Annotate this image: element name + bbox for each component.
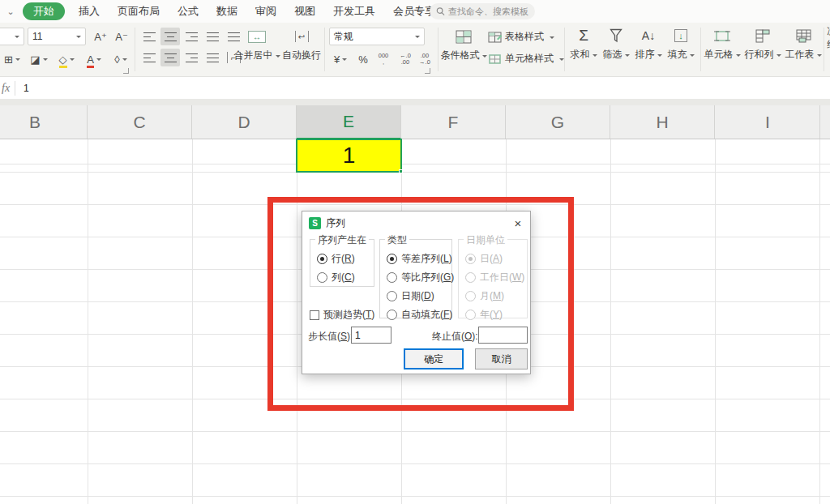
shading-button[interactable]: ◪: [27, 50, 51, 68]
radio-icon[interactable]: [317, 272, 327, 283]
radio-column[interactable]: 列(C): [310, 268, 374, 287]
radio-icon[interactable]: [387, 254, 397, 264]
radio-icon[interactable]: [387, 272, 397, 283]
tab-formulas[interactable]: 公式: [169, 0, 208, 23]
tab-review[interactable]: 审阅: [246, 0, 285, 23]
conditional-format-icon: [456, 30, 472, 44]
radio-growth[interactable]: 等比序列(G): [380, 268, 451, 287]
formula-input[interactable]: 1: [15, 77, 830, 99]
conditional-format-button[interactable]: 条件格式: [443, 27, 485, 62]
increase-decimal-button[interactable]: ←.0.00: [396, 50, 415, 68]
dialog-title-bar[interactable]: S 序列 ×: [302, 211, 530, 234]
stop-value-input[interactable]: [478, 327, 528, 344]
cancel-button[interactable]: 取消: [475, 348, 528, 369]
formula-value: 1: [24, 83, 29, 94]
justify-button[interactable]: [203, 49, 222, 66]
merge-center-button[interactable]: ↔ 合并居中: [233, 27, 280, 62]
number-group-launcher[interactable]: [425, 68, 430, 74]
align-left-button[interactable]: [139, 49, 159, 66]
font-color-button[interactable]: A: [81, 50, 107, 68]
trend-checkbox-row[interactable]: 预测趋势(T): [310, 308, 374, 322]
search-icon: [436, 6, 445, 16]
tab-view[interactable]: 视图: [285, 0, 324, 23]
tab-home[interactable]: 开始: [23, 2, 65, 20]
radio-label: 工作日(W): [480, 271, 524, 284]
worksheet-button[interactable]: 工作表: [785, 26, 822, 62]
sum-button[interactable]: Σ 求和: [567, 26, 600, 62]
radio-date[interactable]: 日期(D): [380, 287, 451, 305]
wps-spreadsheet-app: ⌄ 开始 插入 页面布局 公式 数据 审阅 视图 开发工具 会员专享 查找命令、…: [0, 0, 830, 504]
radio-year: 年(Y): [459, 305, 527, 324]
decrease-font-button[interactable]: A⁻: [112, 28, 131, 45]
decrease-decimal-icon: .00→.0: [419, 53, 430, 66]
valign-top-button[interactable]: [139, 28, 159, 45]
rows-columns-button[interactable]: 行和列: [742, 26, 783, 62]
align-right-button[interactable]: [182, 49, 201, 66]
align-center-icon: [165, 53, 177, 62]
group-separator: [700, 28, 701, 71]
tab-dev-tools[interactable]: 开发工具: [324, 0, 384, 23]
radio-icon[interactable]: [387, 310, 397, 320]
column-header-e[interactable]: E: [297, 105, 401, 139]
collapse-ribbon-icon[interactable]: ⌄: [0, 6, 21, 17]
menu-tabs: 开始 插入 页面布局 公式 数据 审阅 视图 开发工具 会员专享: [21, 0, 444, 23]
cells-button[interactable]: 单元格: [704, 26, 741, 62]
indent-decrease-button[interactable]: [203, 28, 222, 45]
column-header-f[interactable]: F: [401, 105, 506, 139]
tab-insert[interactable]: 插入: [70, 0, 109, 23]
cell-style-button[interactable]: 单元格样式: [488, 52, 564, 66]
decrease-decimal-button[interactable]: .00→.0: [415, 50, 434, 68]
wrap-text-icon: ↩: [295, 31, 309, 42]
radio-icon[interactable]: [317, 254, 327, 264]
radio-autofill[interactable]: 自动填充(F): [380, 305, 451, 324]
checkbox-icon[interactable]: [310, 310, 319, 320]
stop-value-label: 终止值(O):: [432, 330, 478, 344]
clipped-toolbar-item[interactable]: 冻结: [827, 24, 830, 52]
number-format-combo[interactable]: 常规: [329, 28, 425, 45]
font-name-combo[interactable]: [0, 28, 24, 45]
column-header-c[interactable]: C: [88, 105, 192, 139]
step-value-input[interactable]: 1: [351, 327, 391, 344]
column-header-h[interactable]: H: [610, 105, 715, 139]
worksheet-label: 工作表: [785, 48, 815, 62]
search-box[interactable]: 查找命令、搜索模板: [430, 3, 535, 19]
tab-page-layout[interactable]: 页面布局: [109, 0, 169, 23]
filter-button[interactable]: 筛选: [600, 26, 632, 62]
active-cell-e1[interactable]: 1: [296, 139, 402, 173]
currency-button[interactable]: ¥: [329, 50, 352, 68]
percent-button[interactable]: %: [355, 50, 371, 68]
thousands-button[interactable]: 000,: [373, 50, 394, 68]
wrap-text-button[interactable]: ↩ 自动换行: [281, 27, 322, 62]
fill-button[interactable]: ↓ 填充: [665, 26, 697, 62]
sort-az-icon: A↓: [642, 26, 655, 45]
font-group-launcher[interactable]: [123, 68, 129, 74]
column-header-g[interactable]: G: [506, 105, 610, 139]
radio-label: 等比序列(G): [401, 271, 454, 284]
table-style-button[interactable]: 表格样式: [488, 30, 554, 44]
radio-row[interactable]: 行(R): [310, 250, 374, 268]
fill-color-button[interactable]: ◇: [53, 50, 79, 68]
column-header-i[interactable]: I: [716, 105, 820, 139]
search-placeholder: 查找命令、搜索模板: [448, 6, 528, 18]
column-header-b[interactable]: B: [0, 105, 88, 139]
percent-icon: %: [358, 53, 368, 66]
font-size-combo[interactable]: 11: [28, 28, 86, 45]
font-size-value: 11: [32, 31, 42, 42]
merge-center-label: 合并居中: [234, 49, 273, 62]
close-icon[interactable]: ×: [509, 214, 527, 232]
clear-format-button[interactable]: ◊: [109, 50, 133, 68]
radio-icon[interactable]: [387, 291, 397, 301]
tab-data[interactable]: 数据: [208, 0, 246, 23]
radio-linear[interactable]: 等差序列(L): [380, 250, 451, 268]
increase-font-button[interactable]: A⁺: [91, 28, 110, 45]
ok-button[interactable]: 确定: [404, 348, 464, 369]
conditional-format-label: 条件格式: [441, 49, 480, 62]
align-left-icon: [143, 53, 156, 62]
fill-handle[interactable]: [399, 169, 403, 173]
borders-button[interactable]: ⊞: [0, 50, 24, 68]
valign-bottom-button[interactable]: [182, 28, 201, 45]
sort-button[interactable]: A↓ 排序: [632, 26, 665, 62]
align-center-button[interactable]: [160, 49, 180, 66]
valign-middle-button[interactable]: [160, 28, 180, 45]
column-header-d[interactable]: D: [192, 105, 297, 139]
